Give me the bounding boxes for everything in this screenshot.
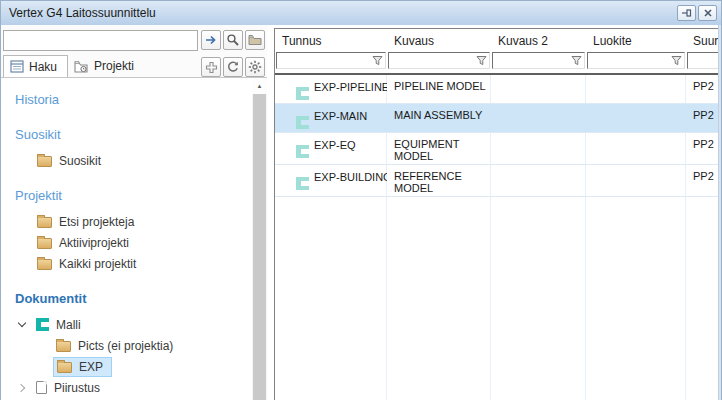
tree-item-label: Suosikit [59, 154, 101, 168]
cell-tunnus: EXP-EQ [314, 139, 356, 151]
tree-item-label: Etsi projekteja [59, 215, 134, 229]
window-right-edge [718, 25, 721, 400]
tab-projekti[interactable]: Projekti [68, 55, 144, 77]
settings-button[interactable] [245, 57, 265, 77]
filter-funnel-icon[interactable] [570, 54, 583, 67]
column-header-kuvaus2[interactable]: Kuvaus 2 [491, 29, 586, 52]
folder-icon [56, 341, 71, 352]
cell-tunnus: EXP-MAIN [314, 110, 367, 122]
add-button[interactable] [201, 57, 221, 77]
tree-item-malli[interactable]: Malli [15, 314, 252, 335]
section-title-projektit[interactable]: Projektit [15, 188, 252, 206]
table-row[interactable]: EXP-PIPELINES PIPELINE MODEL PP2 [275, 75, 721, 104]
cell-luokite [586, 104, 686, 132]
add-plus-icon [205, 61, 218, 74]
open-folder-button[interactable] [245, 30, 265, 50]
gear-icon [248, 60, 262, 74]
column-header-kuvaus[interactable]: Kuvaus [387, 29, 491, 52]
tree-item-aktiiviprojekti[interactable]: Aktiiviprojekti [15, 232, 252, 253]
pin-icon [681, 7, 693, 19]
close-button[interactable] [698, 5, 717, 21]
cell-kuvaus2 [491, 104, 586, 132]
filter-input-kuvaus[interactable] [388, 52, 490, 69]
open-folder-icon [248, 33, 262, 47]
scroll-up-button[interactable]: ▲ [252, 78, 267, 94]
model-icon [36, 318, 49, 331]
column-header-suur[interactable]: Suur [686, 29, 721, 52]
tree-item-label: Malli [56, 318, 81, 332]
filter-input-kuvaus2[interactable] [492, 52, 585, 69]
filter-input-luokite[interactable] [587, 52, 685, 69]
tree-item-picts[interactable]: Picts (ei projektia) [15, 335, 252, 356]
go-button[interactable] [201, 30, 221, 50]
tree-item-etsi-projekteja[interactable]: Etsi projekteja [15, 211, 252, 232]
folder-clock-icon [74, 60, 89, 73]
drawing-icon [36, 381, 47, 394]
model-icon [296, 145, 309, 158]
section-dokumentit: Dokumentit Malli Picts (ei projektia) [15, 291, 252, 398]
column-header-luokite[interactable]: Luokite [586, 29, 686, 52]
table-header: Tunnus Kuvaus Kuvaus 2 Luokite Suur [275, 29, 721, 75]
search-button[interactable] [223, 30, 243, 50]
cell-luokite [586, 165, 686, 196]
section-title-suosikit[interactable]: Suosikit [15, 127, 252, 145]
filter-input-tunnus[interactable] [276, 52, 386, 69]
close-icon [703, 8, 713, 18]
cell-suur: PP2 [686, 133, 721, 164]
refresh-icon [226, 60, 240, 74]
vertex-panel-window: Vertex G4 Laitossuunnittelu [0, 0, 722, 400]
folder-icon [57, 362, 72, 373]
tree-item-kaikki-projektit[interactable]: Kaikki projektit [15, 253, 252, 274]
chevron-down-icon[interactable] [15, 323, 29, 326]
cell-suur: PP2 [686, 104, 721, 132]
search-controls: Haku Projekti [1, 25, 267, 77]
cell-kuvaus: REFERENCE MODEL [387, 165, 462, 196]
column-header-tunnus[interactable]: Tunnus [275, 29, 387, 52]
cell-kuvaus2 [491, 133, 586, 164]
cell-tunnus: EXP-PIPELINES [314, 81, 387, 93]
section-projektit: Projektit Etsi projekteja Aktiiviprojekt… [15, 188, 252, 274]
go-arrow-icon [204, 33, 218, 47]
tree-scrollbar[interactable]: ▲ [252, 78, 267, 400]
tab-haku-label: Haku [29, 60, 57, 74]
table-row[interactable]: EXP-BUILDING REFERENCE MODEL PP2 [275, 165, 721, 197]
folder-icon [37, 217, 52, 228]
panel-gap [267, 25, 274, 400]
refresh-button[interactable] [223, 57, 243, 77]
table-row-selected[interactable]: EXP-MAIN MAIN ASSEMBLY PP2 [275, 104, 721, 133]
list-form-icon [10, 60, 24, 73]
document-table: Tunnus Kuvaus Kuvaus 2 Luokite Suur [274, 28, 721, 400]
tree-item-piirustus[interactable]: Piirustus [15, 377, 252, 398]
model-icon [296, 177, 309, 190]
filter-funnel-icon[interactable] [475, 54, 488, 67]
tree-selection-highlight: EXP [53, 357, 112, 377]
tab-projekti-label: Projekti [94, 59, 134, 73]
filter-funnel-icon[interactable] [371, 54, 384, 67]
tree-item-label: Aktiiviprojekti [59, 236, 129, 250]
cell-kuvaus2 [491, 165, 586, 196]
filter-funnel-icon[interactable] [670, 54, 683, 67]
search-icon [226, 33, 240, 47]
tree-item-suosikit[interactable]: Suosikit [15, 150, 252, 171]
section-title-dokumentit[interactable]: Dokumentit [15, 291, 252, 309]
tab-haku[interactable]: Haku [3, 55, 68, 77]
tree-item-label: Kaikki projektit [59, 257, 136, 271]
cell-kuvaus2 [491, 75, 586, 103]
cell-kuvaus: MAIN ASSEMBLY [387, 104, 491, 132]
scrollbar-thumb[interactable] [253, 94, 266, 400]
cell-luokite [586, 75, 686, 103]
chevron-right-icon[interactable] [15, 385, 29, 391]
folder-icon [37, 156, 52, 167]
tree-item-label: EXP [79, 360, 103, 374]
search-input[interactable] [3, 30, 198, 51]
section-title-historia[interactable]: Historia [15, 92, 252, 110]
auto-hide-pin-button[interactable] [677, 5, 696, 21]
filter-input-suur[interactable] [687, 52, 720, 69]
cell-kuvaus: EQUIPMENT MODEL [387, 133, 462, 164]
table-row[interactable]: EXP-EQ EQUIPMENT MODEL PP2 [275, 133, 721, 165]
titlebar[interactable]: Vertex G4 Laitossuunnittelu [1, 1, 721, 25]
model-icon [296, 116, 309, 129]
folder-icon [37, 259, 52, 270]
table-body: EXP-PIPELINES PIPELINE MODEL PP2 EXP-MAI… [275, 75, 721, 400]
tree-item-exp[interactable]: EXP [15, 356, 252, 377]
